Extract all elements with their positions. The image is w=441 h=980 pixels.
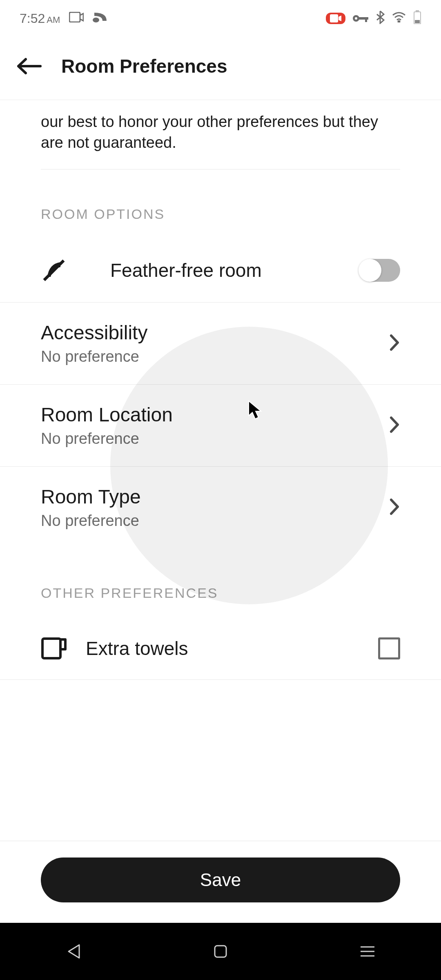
svg-rect-2 — [330, 14, 338, 22]
svg-rect-0 — [69, 12, 80, 22]
wifi-icon — [392, 11, 406, 25]
svg-rect-6 — [365, 17, 367, 22]
status-bar: 7:52AM — [0, 0, 441, 37]
cast-icon — [93, 11, 107, 25]
feather-free-toggle[interactable] — [359, 259, 400, 282]
svg-rect-12 — [42, 639, 60, 658]
camera-icon — [69, 11, 84, 25]
arrow-left-icon — [17, 58, 42, 75]
preferences-disclaimer: our best to honor your other preferences… — [0, 100, 441, 169]
page-title: Room Preferences — [61, 55, 227, 77]
towels-icon — [41, 636, 86, 661]
save-button[interactable]: Save — [41, 858, 400, 902]
room-location-row[interactable]: Room Location No preference — [0, 385, 441, 467]
no-feather-icon — [41, 257, 86, 283]
vpn-key-icon — [353, 11, 368, 25]
svg-point-7 — [398, 21, 400, 22]
chevron-right-icon — [390, 334, 400, 353]
room-type-row[interactable]: Room Type No preference — [0, 467, 441, 548]
extra-towels-row[interactable]: Extra towels — [0, 617, 441, 680]
feather-free-label: Feather-free room — [110, 259, 359, 281]
nav-recent-button[interactable] — [356, 940, 379, 963]
save-bar: Save — [0, 841, 441, 923]
accessibility-value: No preference — [41, 348, 390, 365]
extra-towels-label: Extra towels — [86, 637, 378, 659]
status-time-value: 7:52 — [20, 11, 45, 26]
content-area: our best to honor your other preferences… — [0, 100, 441, 680]
accessibility-title: Accessibility — [41, 321, 390, 344]
svg-rect-9 — [416, 10, 419, 12]
feather-free-row[interactable]: Feather-free room — [0, 238, 441, 303]
svg-rect-13 — [215, 946, 226, 957]
status-right — [326, 10, 421, 27]
nav-back-button[interactable] — [62, 940, 85, 963]
room-options-header: ROOM OPTIONS — [0, 169, 441, 238]
svg-point-4 — [355, 17, 357, 20]
system-nav-bar — [0, 923, 441, 980]
battery-icon — [413, 10, 421, 27]
svg-rect-10 — [415, 20, 420, 23]
svg-point-1 — [93, 18, 99, 22]
status-ampm: AM — [47, 15, 60, 25]
toggle-knob — [359, 259, 381, 282]
back-button[interactable] — [16, 53, 42, 79]
room-location-title: Room Location — [41, 403, 390, 426]
screen-record-icon — [326, 13, 345, 24]
other-preferences-header: OTHER PREFERENCES — [0, 548, 441, 617]
accessibility-row[interactable]: Accessibility No preference — [0, 303, 441, 385]
app-header: Room Preferences — [0, 37, 441, 100]
bluetooth-icon — [376, 10, 385, 27]
chevron-right-icon — [390, 498, 400, 517]
status-left: 7:52AM — [20, 11, 107, 26]
svg-line-11 — [44, 261, 64, 280]
room-type-value: No preference — [41, 512, 390, 530]
chevron-right-icon — [390, 416, 400, 435]
room-type-title: Room Type — [41, 486, 390, 508]
status-time: 7:52AM — [20, 11, 60, 26]
extra-towels-checkbox[interactable] — [378, 637, 400, 659]
nav-home-button[interactable] — [209, 940, 232, 963]
room-location-value: No preference — [41, 430, 390, 448]
